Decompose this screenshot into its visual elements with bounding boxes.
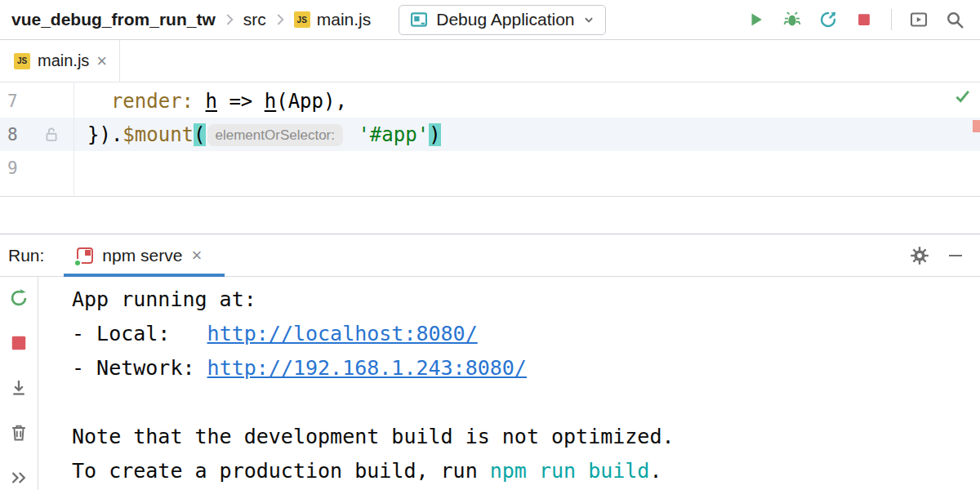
run-tool-window-header: Run: npm serve ×: [0, 234, 980, 277]
stop-icon: [9, 333, 29, 353]
editor-gutter: 8: [0, 118, 74, 151]
code-line-9[interactable]: 9: [0, 151, 980, 185]
code-token: [87, 90, 111, 113]
run-tool-window-body: App running at:- Local: http://localhost…: [0, 277, 980, 490]
breadcrumb-file[interactable]: JS main.js: [294, 10, 372, 29]
main-toolbar: vue_debug_from_run_tw src JS main.js Deb…: [0, 0, 980, 40]
scrollbar-error-stripe[interactable]: [973, 120, 980, 132]
close-tab-icon[interactable]: ×: [191, 247, 202, 265]
gutter-separator: [74, 82, 74, 196]
search-icon: [945, 10, 964, 29]
toolbar-separator: [891, 9, 892, 30]
console-text: .: [649, 459, 662, 483]
gear-icon: [910, 246, 929, 265]
editor-tab-label: main.js: [38, 51, 89, 70]
bug-icon: [783, 11, 801, 29]
double-chevron-right-icon: [9, 468, 29, 488]
breadcrumb-src[interactable]: src: [243, 10, 266, 29]
stop-icon: [855, 11, 873, 29]
code-token: ): [429, 123, 440, 146]
chevron-right-icon: [275, 13, 285, 26]
code-editor[interactable]: 7 render: h => h(App),8}).$mount(element…: [0, 82, 980, 197]
editor-tab-bar: JS main.js ×: [0, 40, 980, 82]
run-tab-label: npm serve: [102, 246, 182, 265]
code-token: h: [265, 90, 276, 113]
close-tab-icon[interactable]: ×: [96, 52, 107, 70]
code-text: }).$mount(elementOrSelector: '#app'): [74, 123, 441, 146]
scroll-to-end-button[interactable]: [8, 377, 29, 399]
code-token: render:: [111, 90, 194, 113]
scroll-to-end-icon: [9, 378, 29, 398]
code-token: [194, 90, 205, 113]
console-line: [72, 385, 980, 419]
console-text: App running at:: [72, 287, 256, 311]
parameter-hint: elementOrSelector:: [207, 124, 343, 146]
console-line: - Local: http://localhost:8080/: [72, 316, 980, 350]
code-token: (: [194, 123, 205, 146]
run-icon: [747, 11, 765, 29]
editor-empty-area: [0, 197, 980, 234]
window-play-icon: [909, 10, 929, 29]
js-file-icon: JS: [294, 11, 310, 28]
npm-run-icon: [77, 247, 93, 264]
code-token: }).: [87, 123, 122, 146]
editor-gutter: 7: [0, 84, 74, 118]
console-line: App running at:: [72, 282, 980, 316]
code-text: render: h => h(App),: [74, 90, 347, 113]
code-line-7[interactable]: 7 render: h => h(App),: [0, 84, 980, 118]
breadcrumb-project[interactable]: vue_debug_from_run_tw: [11, 10, 216, 29]
editor-tab-mainjs[interactable]: JS main.js ×: [0, 40, 120, 82]
rerun-button[interactable]: [8, 287, 29, 309]
toolbar-run-actions: [741, 4, 970, 35]
console-line: Note that the development build is not o…: [72, 419, 980, 453]
lock-open-icon[interactable]: [29, 127, 74, 143]
running-indicator-dot: [74, 259, 82, 267]
running-processes-button[interactable]: [903, 4, 934, 35]
console-text: - Network:: [72, 356, 207, 380]
run-config-icon: [410, 11, 428, 29]
code-token: =>: [217, 90, 265, 113]
inspections-ok-icon[interactable]: [954, 87, 972, 109]
js-file-icon: JS: [14, 53, 30, 69]
chevron-down-icon: [583, 14, 595, 25]
line-number: 8: [0, 125, 29, 145]
breadcrumb: vue_debug_from_run_tw src JS main.js: [11, 10, 371, 29]
run-config-label: Debug Application: [436, 10, 574, 29]
chevron-right-icon: [225, 13, 234, 26]
ide-window: vue_debug_from_run_tw src JS main.js Deb…: [0, 0, 980, 490]
more-actions-button[interactable]: [8, 467, 29, 488]
line-number: 7: [0, 91, 29, 111]
settings-gear-button[interactable]: [910, 246, 929, 265]
console-url-link[interactable]: http://192.168.1.243:8080/: [207, 356, 527, 380]
stop-button[interactable]: [849, 4, 880, 35]
code-token: $mount: [122, 123, 194, 146]
run-config-dropdown[interactable]: Debug Application: [399, 5, 605, 35]
stop-console-button[interactable]: [8, 332, 29, 354]
hide-panel-button[interactable]: [949, 255, 962, 256]
search-everywhere-button[interactable]: [939, 4, 970, 35]
clear-console-button[interactable]: [8, 422, 29, 443]
console-text: To create a production build, run: [72, 459, 490, 483]
profiler-icon: [819, 11, 837, 29]
console-url-link[interactable]: http://localhost:8080/: [207, 322, 478, 345]
debug-button[interactable]: [777, 4, 808, 35]
run-tab-npm-serve[interactable]: npm serve ×: [64, 234, 225, 276]
console-command-text: npm run build: [490, 459, 650, 483]
code-line-8[interactable]: 8}).$mount(elementOrSelector: '#app'): [0, 118, 980, 151]
trash-icon: [9, 423, 29, 443]
active-tab-underline: [64, 274, 225, 277]
rerun-icon: [9, 288, 29, 308]
run-tool-window: Run: npm serve ×: [0, 234, 980, 490]
profiler-button[interactable]: [813, 4, 844, 35]
console-text: Note that the development build is not o…: [72, 425, 675, 448]
console-text: - Local:: [72, 322, 207, 345]
console-output[interactable]: App running at:- Local: http://localhost…: [38, 277, 980, 490]
run-button[interactable]: [741, 4, 772, 35]
run-panel-title: Run:: [8, 246, 44, 265]
console-line: To create a production build, run npm ru…: [72, 453, 980, 488]
console-toolbar: [0, 277, 38, 490]
run-header-actions: [910, 246, 980, 265]
minimize-icon: [949, 255, 962, 256]
console-line: - Network: http://192.168.1.243:8080/: [72, 350, 980, 385]
code-token: h: [206, 90, 217, 113]
